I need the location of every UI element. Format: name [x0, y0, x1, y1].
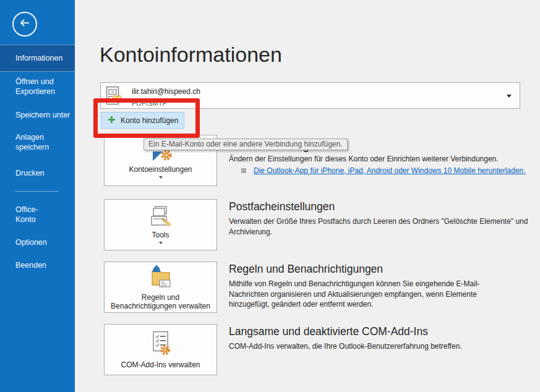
account-settings-button-label: Kontoeinstellungen	[129, 165, 192, 174]
outlook-backstage: Informationen Öffnen und Exportieren Spe…	[0, 0, 540, 392]
sidebar-item-oeffnen-und-exportieren[interactable]: Öffnen und Exportieren	[0, 77, 75, 96]
section-body-com-addins: COM-Add-Ins verwalten, die Ihre Outlook-…	[229, 341, 462, 352]
add-account-tooltip: Ein E-Mail-Konto oder eine andere Verbin…	[144, 138, 348, 150]
com-addins-icon	[150, 331, 171, 359]
section-body-postfacheinstellungen: Verwalten der Größe Ihres Postfachs durc…	[229, 216, 528, 237]
section-heading-postfacheinstellungen: Postfacheinstellungen	[229, 200, 335, 213]
outlook-app-download-link[interactable]: Die Outlook-App für iPhone, iPad, Androi…	[254, 166, 526, 175]
rules-alerts-button[interactable]: Regeln und Benachrichtigungen verwalten	[104, 262, 217, 313]
sidebar-item-speichern-unter[interactable]: Speichern unter	[0, 110, 75, 120]
page-title: Kontoinformationen	[100, 43, 282, 67]
outlook-app-link-row: Die Outlook-App für iPhone, iPad, Androi…	[241, 166, 526, 175]
sidebar-item-drucken[interactable]: Drucken	[0, 168, 75, 178]
sidebar-divider	[15, 191, 59, 192]
account-email: ilir.tahiri@hispeed.ch	[132, 87, 200, 96]
rules-alerts-icon	[148, 265, 173, 292]
back-icon	[19, 18, 31, 30]
account-type: POP/SMTP	[132, 100, 167, 107]
back-button[interactable]	[12, 12, 37, 36]
dropdown-caret-icon	[159, 176, 163, 179]
tools-button[interactable]: Tools	[104, 199, 217, 250]
sidebar-item-beenden[interactable]: Beenden	[0, 260, 75, 270]
mailbox-cleanup-icon	[150, 206, 172, 229]
dropdown-caret-icon	[507, 95, 512, 98]
tools-button-label: Tools	[152, 231, 169, 239]
com-addins-button[interactable]: COM-Add-Ins verwalten	[104, 324, 217, 375]
section-heading-regeln: Regeln und Benachrichtigungen	[229, 263, 383, 276]
backstage-sidebar: Informationen Öffnen und Exportieren Spe…	[0, 0, 75, 392]
account-mailbox-icon	[106, 86, 122, 109]
sidebar-item-anlagen-speichern[interactable]: Anlagen speichern	[0, 132, 75, 152]
sidebar-item-informationen[interactable]: Informationen	[0, 45, 75, 72]
com-addins-button-label: COM-Add-Ins verwalten	[121, 360, 200, 369]
add-account-label: Konto hinzufügen	[121, 116, 178, 125]
account-selector-dropdown[interactable]: ilir.tahiri@hispeed.ch POP/SMTP	[100, 82, 520, 109]
section-heading-com-addins: Langsame und deaktivierte COM-Add-Ins	[229, 325, 428, 338]
rules-alerts-button-label: Regeln und Benachrichtigungen verwalten	[111, 293, 210, 310]
plus-icon	[108, 116, 115, 125]
sidebar-item-optionen[interactable]: Optionen	[0, 237, 75, 247]
section-body-regeln: Mithilfe von Regeln und Benachrichtigung…	[229, 279, 480, 310]
add-account-button[interactable]: Konto hinzufügen	[101, 112, 184, 129]
sidebar-item-office-konto[interactable]: Office- Konto	[0, 205, 75, 224]
section-body-kontoeinstellungen: Ändern der Einstellungen für dieses Kont…	[229, 154, 499, 164]
dropdown-caret-icon	[159, 242, 163, 244]
bullet-icon	[241, 168, 246, 173]
